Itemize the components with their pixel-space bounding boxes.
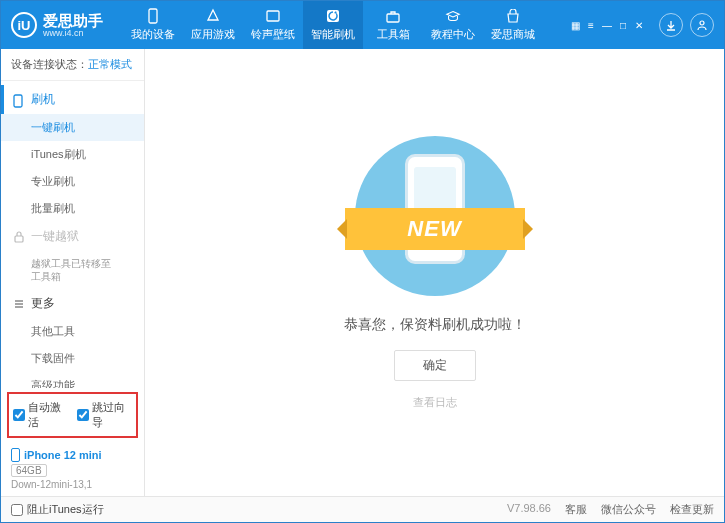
logo: iU 爱思助手 www.i4.cn — [11, 12, 103, 38]
menu-button[interactable]: ≡ — [584, 18, 598, 32]
refresh-icon — [325, 8, 341, 24]
close-button[interactable]: ✕ — [632, 18, 646, 32]
svg-rect-3 — [387, 14, 399, 22]
sidebar: 设备连接状态：正常模式 刷机 一键刷机 iTunes刷机 专业刷机 批量刷机 一… — [1, 49, 145, 496]
svg-rect-1 — [267, 11, 279, 21]
tasks-button[interactable]: ▦ — [568, 18, 582, 32]
block-itunes-checkbox[interactable]: 阻止iTunes运行 — [11, 502, 104, 517]
nav-apps[interactable]: 应用游戏 — [183, 1, 243, 49]
nav-devices[interactable]: 我的设备 — [123, 1, 183, 49]
ok-button[interactable]: 确定 — [394, 350, 476, 381]
svg-point-4 — [700, 21, 704, 25]
svg-rect-0 — [149, 9, 157, 23]
device-firmware: Down-12mini-13,1 — [11, 479, 134, 490]
phone-small-icon — [13, 94, 25, 106]
titlebar: iU 爱思助手 www.i4.cn 我的设备 应用游戏 铃声壁纸 智能刷机 工具… — [1, 1, 724, 49]
logo-icon: iU — [11, 12, 37, 38]
user-icon[interactable] — [690, 13, 714, 37]
check-update-link[interactable]: 检查更新 — [670, 502, 714, 517]
sub-itunes-flash[interactable]: iTunes刷机 — [1, 141, 144, 168]
sub-other-tools[interactable]: 其他工具 — [1, 318, 144, 345]
wechat-link[interactable]: 微信公众号 — [601, 502, 656, 517]
graduation-icon — [445, 8, 461, 24]
connection-status: 设备连接状态：正常模式 — [1, 49, 144, 81]
app-name: 爱思助手 — [43, 13, 103, 28]
footer: 阻止iTunes运行 V7.98.66 客服 微信公众号 检查更新 — [1, 496, 724, 522]
view-log-link[interactable]: 查看日志 — [413, 395, 457, 410]
sub-oneclick-flash[interactable]: 一键刷机 — [1, 114, 144, 141]
maximize-button[interactable]: □ — [616, 18, 630, 32]
sub-batch-flash[interactable]: 批量刷机 — [1, 195, 144, 222]
wallpaper-icon — [265, 8, 281, 24]
device-name: iPhone 12 mini — [11, 448, 134, 462]
auto-activate-checkbox[interactable]: 自动激活 — [13, 400, 69, 430]
app-window: iU 爱思助手 www.i4.cn 我的设备 应用游戏 铃声壁纸 智能刷机 工具… — [0, 0, 725, 523]
body: 设备连接状态：正常模式 刷机 一键刷机 iTunes刷机 专业刷机 批量刷机 一… — [1, 49, 724, 496]
toolbox-icon — [385, 8, 401, 24]
sidebar-menu: 刷机 一键刷机 iTunes刷机 专业刷机 批量刷机 一键越狱 越狱工具已转移至… — [1, 81, 144, 388]
svg-rect-5 — [14, 95, 22, 107]
sub-download-firmware[interactable]: 下载固件 — [1, 345, 144, 372]
window-controls: ▦ ≡ — □ ✕ — [568, 13, 714, 37]
apps-icon — [205, 8, 221, 24]
success-illustration: NEW — [355, 136, 515, 296]
app-url: www.i4.cn — [43, 28, 103, 38]
top-nav: 我的设备 应用游戏 铃声壁纸 智能刷机 工具箱 教程中心 爱思商城 — [123, 1, 543, 49]
sub-pro-flash[interactable]: 专业刷机 — [1, 168, 144, 195]
store-icon — [505, 8, 521, 24]
group-more[interactable]: 更多 — [1, 289, 144, 318]
new-banner: NEW — [345, 208, 525, 250]
sub-advanced[interactable]: 高级功能 — [1, 372, 144, 388]
options-highlight: 自动激活 跳过向导 — [7, 392, 138, 438]
jailbreak-note: 越狱工具已转移至 工具箱 — [1, 251, 144, 289]
svg-rect-6 — [15, 236, 23, 242]
minimize-button[interactable]: — — [600, 18, 614, 32]
skip-guide-checkbox[interactable]: 跳过向导 — [77, 400, 133, 430]
more-icon — [13, 298, 25, 310]
nav-store[interactable]: 爱思商城 — [483, 1, 543, 49]
nav-flash[interactable]: 智能刷机 — [303, 1, 363, 49]
group-jailbreak: 一键越狱 — [1, 222, 144, 251]
device-icon — [11, 448, 20, 462]
download-icon[interactable] — [659, 13, 683, 37]
version-label: V7.98.66 — [507, 502, 551, 517]
phone-icon — [145, 8, 161, 24]
nav-wallpaper[interactable]: 铃声壁纸 — [243, 1, 303, 49]
device-info[interactable]: iPhone 12 mini 64GB Down-12mini-13,1 — [1, 442, 144, 496]
nav-toolbox[interactable]: 工具箱 — [363, 1, 423, 49]
service-link[interactable]: 客服 — [565, 502, 587, 517]
lock-icon — [13, 231, 25, 243]
success-message: 恭喜您，保资料刷机成功啦！ — [344, 316, 526, 334]
group-flash[interactable]: 刷机 — [1, 85, 144, 114]
nav-tutorial[interactable]: 教程中心 — [423, 1, 483, 49]
device-storage: 64GB — [11, 464, 47, 477]
main-content: NEW 恭喜您，保资料刷机成功啦！ 确定 查看日志 — [145, 49, 724, 496]
